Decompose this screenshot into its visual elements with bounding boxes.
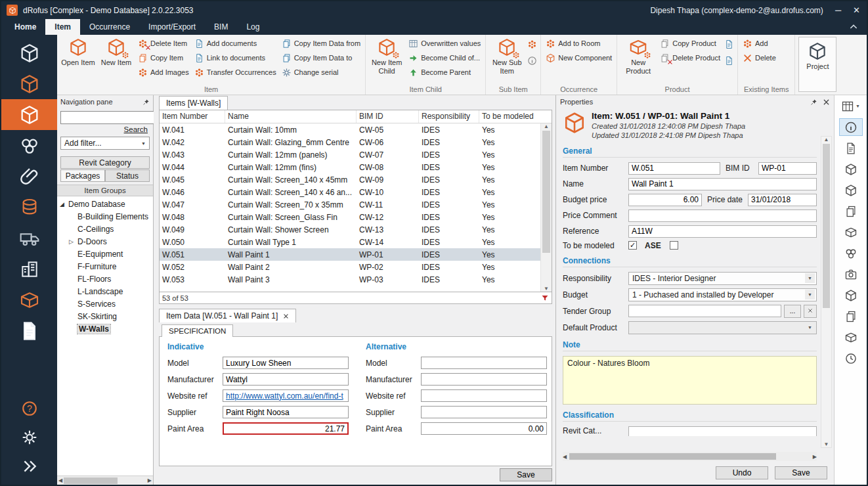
close-item-data-icon[interactable] <box>283 313 289 319</box>
existing-add-button[interactable]: Add <box>740 36 779 51</box>
budget-dropdown[interactable]: 1 - Puchased and installed by Developer▼ <box>628 288 817 301</box>
tree-item[interactable]: D-Doors <box>57 235 153 248</box>
view-selector-icon[interactable]: ▼ <box>839 97 863 115</box>
new-item-child-button[interactable]: New Item Child <box>368 35 406 75</box>
default-product-dropdown[interactable]: ▼ <box>628 321 817 334</box>
scroll-right-icon[interactable]: ▶ <box>148 477 152 483</box>
indicative-supplier-input[interactable] <box>223 406 349 418</box>
packages-tab[interactable]: Packages <box>60 169 105 182</box>
bim-id-input[interactable] <box>758 162 817 175</box>
items-vertical-scrollbar[interactable]: ▲ ▼ <box>540 123 552 292</box>
expand-sidebar-icon[interactable] <box>1 452 57 481</box>
new-item-button[interactable]: New Item <box>97 35 135 67</box>
item-data-save-button[interactable]: Save <box>500 468 552 481</box>
status-tab[interactable]: Status <box>105 169 150 182</box>
open-item-button[interactable]: Open Item <box>59 35 97 67</box>
close-properties-icon[interactable] <box>823 99 830 106</box>
search-link[interactable]: Search <box>62 125 148 133</box>
scroll-left-icon[interactable]: ◀ <box>58 477 62 483</box>
add-filter-dropdown[interactable]: Add filter... ▼ <box>60 137 150 150</box>
revit-category-input[interactable] <box>628 426 817 436</box>
collapse-ribbon-icon[interactable] <box>848 22 859 32</box>
sidebar-items-icon[interactable] <box>1 99 57 130</box>
scroll-up-icon[interactable]: ▲ <box>824 137 829 143</box>
tree-item[interactable]: Demo Database <box>57 198 153 210</box>
column-item-number[interactable]: Item Number <box>160 110 225 123</box>
tree-item[interactable]: E-Equipment <box>57 248 153 260</box>
help-icon[interactable] <box>1 394 57 423</box>
scroll-up-icon[interactable]: ▲ <box>544 123 549 129</box>
items-table-row[interactable]: W.053 Wall Paint 3 WP-03 IDES Yes <box>160 273 540 286</box>
scroll-right-icon[interactable]: ▶ <box>813 454 817 460</box>
change-serial-button[interactable]: Change serial <box>279 65 363 79</box>
new-product-button[interactable]: New Product <box>619 35 657 75</box>
copy-item-data-from-button[interactable]: Copy Item Data from <box>279 36 363 51</box>
tree-item[interactable]: W-Walls <box>57 322 153 335</box>
new-occurrence-icon[interactable] <box>839 286 863 304</box>
tree-item[interactable]: SK-Skirting <box>57 310 153 322</box>
copy-item-data-to-button[interactable]: Copy Item Data to <box>279 51 363 65</box>
images-icon[interactable] <box>839 265 863 283</box>
tree-item[interactable]: B-Building Elements <box>57 210 153 223</box>
link-to-documents-button[interactable]: Link to documents <box>192 51 279 65</box>
items-tab[interactable]: Items [W-Walls] <box>159 96 228 110</box>
items-table-row[interactable]: W.051 Wall Paint 1 WP-01 IDES Yes <box>160 248 540 261</box>
products-icon[interactable] <box>839 328 863 346</box>
tab-home[interactable]: Home <box>5 19 45 35</box>
scroll-down-icon[interactable]: ▼ <box>544 286 549 292</box>
alternative-paint-area-input[interactable] <box>421 422 547 435</box>
navigation-horizontal-scrollbar[interactable]: ◀ ▶ <box>57 475 153 485</box>
add-to-room-button[interactable]: Add to Room <box>543 36 615 51</box>
undo-button[interactable]: Undo <box>716 466 768 479</box>
item-structure-icon[interactable] <box>839 160 863 178</box>
filter-indicator-icon[interactable] <box>541 294 549 302</box>
items-table-row[interactable]: W.052 Wall Paint 2 WP-02 IDES Yes <box>160 261 540 273</box>
tender-group-browse-button[interactable]: ... <box>784 305 801 318</box>
sidebar-buildings-icon[interactable] <box>1 254 57 284</box>
sidebar-documents-icon[interactable] <box>1 161 57 192</box>
price-comment-input[interactable] <box>628 210 817 222</box>
sidebar-rooms-icon[interactable] <box>1 37 57 68</box>
tree-item[interactable]: C-Ceilings <box>57 223 153 235</box>
tree-item[interactable]: L-Landscape <box>57 285 153 298</box>
indicative-model-input[interactable] <box>223 357 349 369</box>
close-icon[interactable]: ✕ <box>853 6 860 14</box>
item-layers-icon[interactable] <box>839 202 863 220</box>
info-icon[interactable] <box>839 118 863 136</box>
settings-icon[interactable] <box>1 423 57 452</box>
indicative-website-ref-field[interactable]: http://www.wattyl.com.au/en/find-t <box>223 389 349 402</box>
reference-input[interactable] <box>628 225 817 238</box>
column-bim-id[interactable]: BIM ID <box>357 110 419 123</box>
sidebar-finance-icon[interactable] <box>1 192 57 223</box>
items-table-row[interactable]: W.048 Curtain Wall: Screen_Glass Fin CW-… <box>160 211 540 223</box>
column-to-be-modeled[interactable]: To be modeled <box>479 110 540 123</box>
items-table-row[interactable]: W.045 Curtain Wall: Screen_140 x 45mm CW… <box>160 173 540 186</box>
items-table-row[interactable]: W.046 Curtain Wall: Screen_140 x 46 an..… <box>160 186 540 198</box>
sidebar-logistics-icon[interactable] <box>1 223 57 254</box>
existing-delete-button[interactable]: Delete <box>740 51 779 65</box>
minimize-icon[interactable]: ─ <box>835 6 841 14</box>
item-number-input[interactable] <box>628 162 720 175</box>
alternative-manufacturer-input[interactable] <box>421 373 547 386</box>
tender-group-clear-button[interactable] <box>804 305 817 318</box>
alternative-website-ref-input[interactable] <box>421 389 547 402</box>
website-ref-link[interactable]: http://www.wattyl.com.au/en/find-t <box>226 391 343 401</box>
delete-item-button[interactable]: Delete Item <box>135 36 192 51</box>
overwritten-values-button[interactable]: Overwritten values <box>406 36 483 51</box>
specification-tab[interactable]: SPECIFICATION <box>162 324 233 337</box>
items-table-row[interactable]: W.047 Curtain Wall: Screen_70 x 35mm CW-… <box>160 198 540 211</box>
item-sync-icon[interactable] <box>839 181 863 199</box>
tab-item[interactable]: Item <box>45 19 80 35</box>
items-table-row[interactable]: W.050 Curtain Wall Type 1 CW-14 IDES Yes <box>160 236 540 248</box>
sidebar-room-data-icon[interactable] <box>1 68 57 99</box>
new-sub-item-button[interactable]: New Sub Item <box>488 35 526 75</box>
items-table-row[interactable]: W.043 Curtain Wall: 12mm (panels) CW-07 … <box>160 148 540 161</box>
items-table-row[interactable]: W.041 Curtain Wall: 10mm CW-05 IDES Yes <box>160 123 540 136</box>
budget-price-input[interactable] <box>628 194 702 206</box>
history-icon[interactable] <box>839 349 863 367</box>
tree-expand-icon[interactable] <box>69 238 77 245</box>
tab-bim[interactable]: BIM <box>205 19 237 35</box>
indicative-paint-area-input[interactable] <box>223 422 349 435</box>
items-table-row[interactable]: W.044 Curtain Wall: 12mm (fins) CW-08 ID… <box>160 161 540 173</box>
item-components-icon[interactable] <box>839 244 863 262</box>
